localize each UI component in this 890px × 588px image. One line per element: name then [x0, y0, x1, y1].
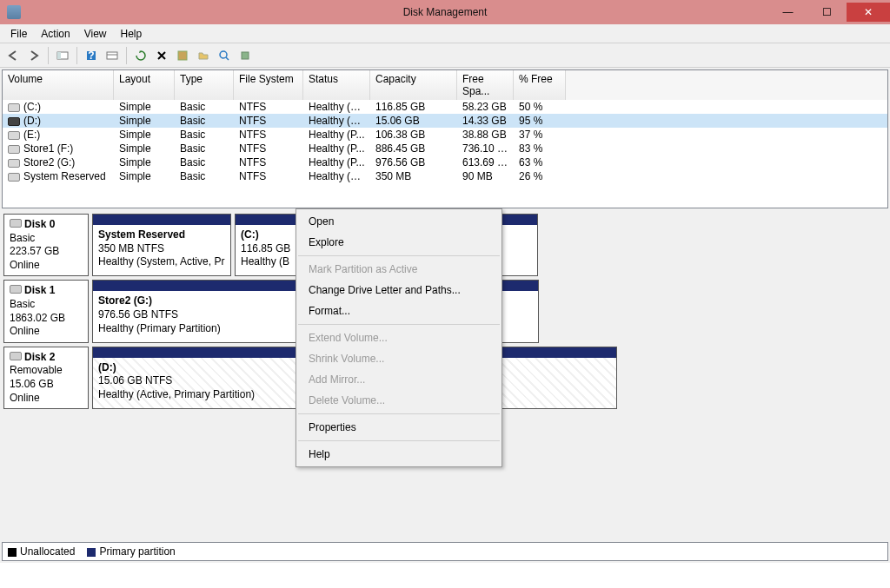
view-button[interactable] — [103, 46, 122, 65]
cell-capacity: 116.85 GB — [370, 100, 457, 114]
cell-pfree: 37 % — [514, 128, 566, 142]
disk-size: 1863.02 GB — [10, 312, 83, 326]
svg-rect-4 — [107, 52, 117, 59]
partition-name: (C:) — [241, 228, 294, 242]
col-volume[interactable]: Volume — [3, 70, 114, 100]
help-button[interactable]: ? — [82, 46, 101, 65]
rescan-button[interactable] — [215, 46, 234, 65]
cell-layout: Simple — [114, 128, 175, 142]
volume-row[interactable]: System ReservedSimpleBasicNTFSHealthy (S… — [3, 169, 887, 183]
volume-name: (E:) — [23, 129, 40, 141]
context-item[interactable]: Change Drive Letter and Paths... — [296, 280, 501, 301]
disk-label[interactable]: Disk 2Removable15.06 GBOnline — [3, 347, 89, 409]
context-item[interactable]: Format... — [296, 301, 501, 321]
menu-help[interactable]: Help — [114, 26, 149, 42]
disk-icon — [10, 352, 22, 360]
cell-type: Basic — [175, 100, 234, 114]
col-status[interactable]: Status — [303, 70, 370, 100]
volume-row[interactable]: Store1 (F:)SimpleBasicNTFSHealthy (P...8… — [3, 142, 887, 155]
context-item[interactable]: Help — [296, 444, 501, 465]
volume-row[interactable]: (C:)SimpleBasicNTFSHealthy (B...116.85 G… — [3, 100, 887, 114]
app-icon — [7, 5, 21, 19]
col-fs[interactable]: File System — [234, 70, 303, 100]
cell-status: Healthy (A... — [303, 114, 370, 128]
properties-button[interactable] — [173, 46, 192, 65]
forward-button[interactable] — [24, 46, 43, 65]
partition-sub: 976.56 GB NTFS — [98, 308, 295, 322]
legend-primary: Primary partition — [99, 545, 175, 558]
cell-status: Healthy (P... — [303, 128, 370, 142]
cell-layout: Simple — [114, 169, 175, 183]
show-hide-button[interactable] — [53, 46, 72, 65]
menu-action[interactable]: Action — [34, 26, 76, 42]
cell-fs: NTFS — [234, 100, 303, 114]
context-separator — [298, 255, 500, 256]
disk-type: Basic — [10, 232, 83, 246]
cell-pfree: 95 % — [514, 114, 566, 128]
menu-view[interactable]: View — [77, 26, 114, 42]
col-layout[interactable]: Layout — [114, 70, 175, 100]
maximize-button[interactable]: ☐ — [807, 3, 847, 22]
context-item: Shrink Volume... — [296, 348, 501, 369]
delete-button[interactable] — [152, 46, 171, 65]
partition-status: Healthy (Primary Partition) — [98, 322, 295, 336]
toolbar: ? — [0, 43, 890, 68]
context-separator — [298, 440, 500, 441]
col-type[interactable]: Type — [175, 70, 234, 100]
cell-type: Basic — [175, 128, 234, 142]
menu-file[interactable]: File — [3, 26, 34, 42]
context-item[interactable]: Open — [296, 211, 501, 232]
drive-icon — [8, 173, 20, 182]
disk-label[interactable]: Disk 1Basic1863.02 GBOnline — [3, 280, 89, 342]
partition[interactable]: Store2 (G:)976.56 GB NTFSHealthy (Primar… — [92, 280, 301, 342]
partition-name: System Reserved — [98, 228, 225, 242]
settings-button[interactable] — [236, 46, 255, 65]
close-button[interactable]: ✕ — [847, 3, 890, 22]
partition-sub: 350 MB NTFS — [98, 242, 225, 256]
context-item[interactable]: Explore — [296, 232, 501, 253]
partition[interactable]: (C:)116.85 GBHealthy (B — [235, 214, 300, 276]
cell-type: Basic — [175, 155, 234, 169]
cell-fs: NTFS — [234, 114, 303, 128]
legend-unallocated: Unallocated — [20, 545, 75, 558]
col-capacity[interactable]: Capacity — [370, 70, 457, 100]
volume-name: (C:) — [23, 101, 41, 113]
context-item[interactable]: Properties — [296, 417, 501, 438]
cell-status: Healthy (S... — [303, 169, 370, 183]
back-button[interactable] — [3, 46, 23, 65]
cell-pfree: 83 % — [514, 142, 566, 155]
cell-pfree: 50 % — [514, 100, 566, 114]
cell-fs: NTFS — [234, 169, 303, 183]
volume-row[interactable]: Store2 (G:)SimpleBasicNTFSHealthy (P...9… — [3, 155, 887, 169]
disk-icon — [10, 285, 22, 294]
volume-name: (D:) — [23, 115, 41, 127]
cell-capacity: 15.06 GB — [370, 114, 457, 128]
cell-free: 38.88 GB — [457, 128, 514, 142]
cell-layout: Simple — [114, 155, 175, 169]
col-free[interactable]: Free Spa... — [457, 70, 514, 100]
cell-status: Healthy (B... — [303, 100, 370, 114]
titlebar[interactable]: Disk Management — ☐ ✕ — [0, 0, 890, 24]
disk-label[interactable]: Disk 0Basic223.57 GBOnline — [3, 214, 89, 276]
cell-type: Basic — [175, 114, 234, 128]
volume-list[interactable]: Volume Layout Type File System Status Ca… — [2, 69, 888, 208]
cell-layout: Simple — [114, 114, 175, 128]
minimize-button[interactable]: — — [768, 3, 807, 22]
volume-row[interactable]: (E:)SimpleBasicNTFSHealthy (P...106.38 G… — [3, 128, 887, 142]
refresh-button[interactable] — [131, 46, 150, 65]
cell-pfree: 26 % — [514, 169, 566, 183]
cell-layout: Simple — [114, 142, 175, 155]
partition[interactable]: System Reserved350 MB NTFSHealthy (Syste… — [92, 214, 231, 276]
disk-size: 223.57 GB — [10, 245, 83, 259]
drive-icon — [8, 117, 20, 126]
cell-fs: NTFS — [234, 142, 303, 155]
partition-stripe — [93, 281, 300, 291]
cell-layout: Simple — [114, 100, 175, 114]
svg-rect-9 — [242, 52, 249, 59]
drive-icon — [8, 131, 20, 140]
col-pfree[interactable]: % Free — [514, 70, 566, 100]
svg-text:?: ? — [88, 50, 94, 62]
open-button[interactable] — [194, 46, 213, 65]
volume-row[interactable]: (D:)SimpleBasicNTFSHealthy (A...15.06 GB… — [3, 114, 887, 128]
cell-fs: NTFS — [234, 128, 303, 142]
